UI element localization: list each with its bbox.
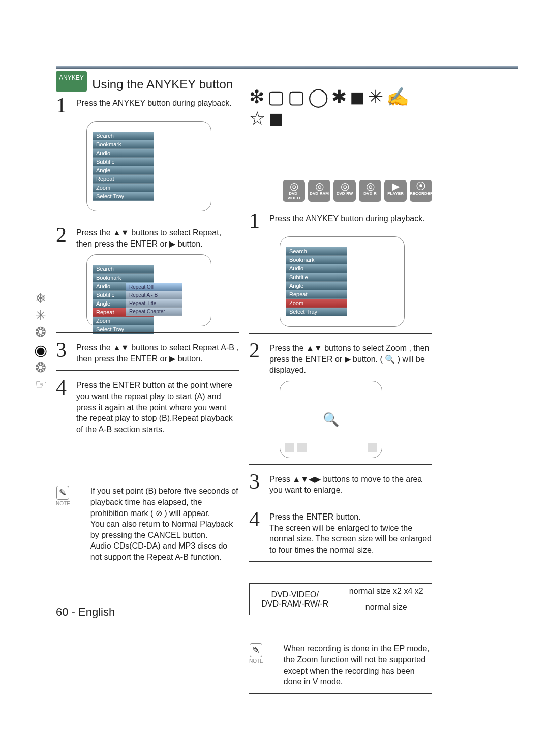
step-number: 1 (249, 210, 269, 231)
note-text: When recording is done in the EP mode, t… (263, 643, 432, 687)
updown-icon: ▲▼ (113, 228, 129, 237)
osd-menu-2: Search Bookmark Audio Subtitle Angle Rep… (86, 254, 211, 326)
disc-badge: ◎DVD-RW (333, 180, 356, 202)
osd-menu-1: Search Bookmark Audio Subtitle Angle Rep… (86, 121, 211, 211)
arrows-icon: ▲▼◀▶ (292, 475, 321, 483)
right-icon: ▶ (169, 354, 175, 363)
step-text-frag: Press the (76, 343, 113, 352)
rule (249, 637, 432, 637)
submenu-item-selected: Repeat Off (126, 283, 182, 291)
menu-item: Bookmark (93, 140, 154, 149)
zoom-size-table: DVD-VIDEO/ DVD-RAM/-RW/-R normal size x2… (249, 583, 432, 615)
menu-item: Select Tray (286, 308, 347, 316)
note-text: If you set point (B) before five seconds… (70, 486, 239, 562)
step-text: Press the ENTER button at the point wher… (76, 377, 239, 435)
prohibition-icon: ⊘ (156, 509, 162, 518)
menu-item: Repeat (93, 175, 154, 184)
tab-icon-flake: ✳ (30, 308, 51, 323)
rule (56, 370, 239, 371)
right-note: ✎ NOTE When recording is done in the EP … (249, 643, 432, 687)
osd-menu-list: Search Bookmark Audio Subtitle Angle Rep… (93, 132, 154, 201)
disc-badge: ◎DVD-VIDEO (283, 180, 305, 202)
submenu-item: Repeat Title (126, 299, 182, 308)
note-frag: ) will appear. (164, 509, 210, 518)
step-number: 2 (249, 340, 269, 376)
disc-badge: ▶PLAYER (384, 180, 407, 202)
disc-badges: ◎DVD-VIDEO ◎DVD-RAM ◎DVD-RW ◎DVD-R ▶PLAY… (249, 180, 432, 202)
magnifier-icon: 🔍 (323, 411, 339, 427)
disc-icon: ◎ (333, 181, 356, 191)
rule (249, 333, 432, 334)
disc-icon: ◎ (359, 181, 381, 191)
rule (56, 218, 239, 218)
left-note: ✎ NOTE If you set point (B) before five … (56, 486, 239, 562)
tab-icon-snow: ❄ (30, 291, 51, 307)
thumb-square (297, 443, 307, 452)
disc-label: DVD-R (359, 191, 381, 196)
rec-icon: ⦿ (410, 181, 432, 191)
play-icon: ▶ (384, 181, 407, 191)
disc-label: DVD-RW (333, 191, 356, 196)
step-text: Press the ▲▼ buttons to select Repeat, t… (76, 224, 239, 249)
menu-item: Search (93, 132, 154, 140)
rule (249, 561, 432, 562)
disc-label: PLAYER (384, 191, 407, 196)
pencil-icon: ✎ (250, 643, 262, 657)
menu-item: Repeat (286, 290, 347, 299)
step-text: Press ▲▼◀▶ buttons to move to the area y… (269, 471, 432, 496)
rule (249, 502, 432, 502)
table-cell: normal size x2 x4 x2 (341, 584, 432, 599)
menu-item: Angle (93, 166, 154, 175)
disc-icon: ◎ (308, 181, 330, 191)
magnifier-icon: 🔍 (385, 355, 395, 364)
step-text: Press the ANYKEY button during playback. (76, 95, 232, 116)
disc-badge: ◎DVD-R (359, 180, 381, 202)
step-number: 3 (249, 471, 269, 496)
rule (56, 441, 239, 441)
submenu-item: Repeat A - B (126, 291, 182, 299)
left-step-4: 4 Press the ENTER button at the point wh… (56, 377, 239, 435)
step-number: 3 (56, 339, 76, 364)
step-text-frag: button. (178, 354, 203, 363)
step-text-frag: button. ( (353, 355, 385, 364)
tab-icon-hand: ☞ (30, 377, 51, 392)
step-text-frag: Press (269, 475, 292, 483)
page-number: 60 - English (56, 606, 115, 619)
note-icon: ✎ NOTE (249, 643, 263, 687)
osd-submenu: Repeat Off Repeat A - B Repeat Title Rep… (126, 283, 182, 316)
menu-item: Subtitle (93, 158, 154, 166)
table-cell: DVD-VIDEO/ DVD-RAM/-RW/-R (250, 584, 341, 615)
menu-item: Zoom (93, 317, 154, 325)
right-icon: ▶ (345, 355, 351, 364)
menu-item: Audio (93, 149, 154, 158)
updown-icon: ▲▼ (306, 344, 322, 352)
step-number: 2 (56, 224, 76, 249)
menu-item: Subtitle (286, 273, 347, 282)
rule (56, 479, 239, 479)
right-step-4: 4 Press the ENTER button. The screen wil… (249, 508, 432, 555)
rule (56, 569, 239, 569)
step-text-frag: Press the (76, 228, 113, 237)
note-line: You can also return to Normal Playback b… (90, 520, 233, 539)
menu-item: Zoom (93, 184, 154, 192)
right-step-2: 2 Press the ▲▼ buttons to select Zoom , … (249, 340, 432, 376)
step-text: Press the ANYKEY button during playback. (269, 210, 425, 231)
menu-item: Search (93, 265, 154, 274)
note-icon: ✎ NOTE (56, 486, 70, 562)
step-text: Press the ▲▼ buttons to select Zoom , th… (269, 340, 432, 376)
thumb-square (285, 443, 294, 452)
disc-label: RECORDER (410, 191, 432, 196)
note-label: NOTE (56, 501, 70, 506)
section-title: Using the ANYKEY button (92, 77, 233, 91)
note-line: Audio CDs(CD-DA) and MP3 discs do not su… (90, 541, 227, 561)
step-text-frag: button. (178, 239, 203, 248)
left-step-2: 2 Press the ▲▼ buttons to select Repeat,… (56, 224, 239, 249)
right-step-1: 1 Press the ANYKEY button during playbac… (249, 210, 432, 231)
right-icon: ▶ (169, 239, 175, 248)
disc-icon: ◎ (283, 181, 305, 191)
step-text-frag: Press the (269, 344, 306, 352)
menu-item: Select Tray (93, 192, 154, 201)
tab-icon-gear2: ❂ (30, 360, 51, 376)
table-cell: normal size (341, 599, 432, 615)
step-number: 1 (56, 95, 76, 116)
